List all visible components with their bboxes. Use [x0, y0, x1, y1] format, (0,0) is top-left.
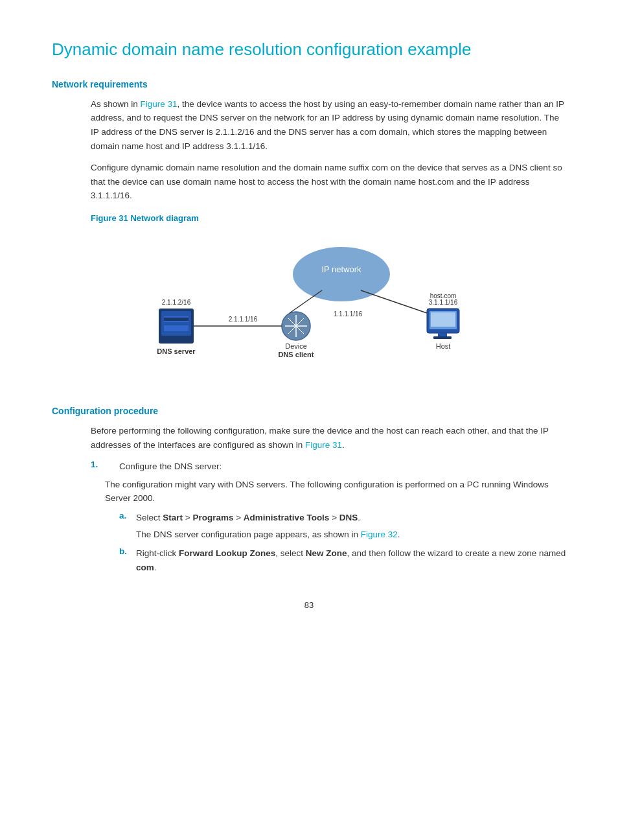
network-diagram: IP network DNS server 2.1.1.2/16 Device: [91, 232, 566, 388]
step1b-text: Right-click Forward Lookup Zones, select…: [136, 546, 566, 574]
svg-text:DNS client: DNS client: [278, 351, 314, 358]
page-container: Dynamic domain name resolution configura…: [0, 0, 618, 649]
step1-label: 1.: [91, 460, 105, 469]
svg-text:2.1.1.2/16: 2.1.1.2/16: [162, 299, 191, 306]
svg-rect-6: [164, 318, 189, 321]
step1b-item: b. Right-click Forward Lookup Zones, sel…: [119, 546, 566, 574]
step1-sub: The configuration might vary with DNS se…: [105, 478, 566, 506]
network-requirements-section: Network requirements As shown in Figure …: [52, 79, 566, 388]
step1a-header: a. Select Start > Programs > Administrat…: [119, 511, 566, 525]
svg-rect-7: [164, 322, 189, 325]
step1b-header: b. Right-click Forward Lookup Zones, sel…: [119, 546, 566, 574]
svg-text:host.com: host.com: [430, 292, 457, 299]
figure32-link[interactable]: Figure 32: [361, 530, 398, 539]
svg-text:IP network: IP network: [321, 264, 361, 274]
svg-text:2.1.1.1/16: 2.1.1.1/16: [229, 316, 258, 323]
configuration-procedure-section: Configuration procedure Before performin…: [52, 406, 566, 574]
step1a-text: Select Start > Programs > Administrative…: [136, 511, 360, 525]
page-title: Dynamic domain name resolution configura…: [52, 39, 566, 61]
svg-rect-5: [164, 313, 189, 316]
svg-rect-22: [438, 333, 447, 336]
network-requirements-para1: As shown in Figure 31, the device wants …: [91, 97, 566, 153]
configuration-procedure-heading: Configuration procedure: [52, 406, 566, 416]
svg-rect-21: [431, 312, 455, 327]
svg-text:Host: Host: [436, 342, 451, 350]
diagram-svg: IP network DNS server 2.1.1.2/16 Device: [147, 239, 510, 381]
step1-header: 1. Configure the DNS server:: [91, 460, 566, 474]
svg-line-29: [361, 290, 427, 313]
svg-text:1.1.1.1/16: 1.1.1.1/16: [334, 310, 363, 318]
step1a-sub: The DNS server configuration page appear…: [136, 528, 566, 542]
network-requirements-heading: Network requirements: [52, 79, 566, 89]
svg-text:3.1.1.1/16: 3.1.1.1/16: [429, 299, 458, 306]
svg-text:DNS server: DNS server: [157, 347, 196, 355]
step1a-label: a.: [119, 511, 133, 520]
step1-item: 1. Configure the DNS server: The configu…: [91, 460, 566, 574]
page-number: 83: [52, 600, 566, 610]
figure31-link-1[interactable]: Figure 31: [141, 99, 177, 109]
config-intro: Before performing the following configur…: [91, 424, 566, 452]
svg-rect-23: [433, 336, 452, 339]
step1a-item: a. Select Start > Programs > Administrat…: [119, 511, 566, 541]
svg-point-0: [293, 247, 390, 301]
figure31-caption: Figure 31 Network diagram: [91, 213, 566, 223]
step1b-label: b.: [119, 546, 133, 556]
figure31-link-2[interactable]: Figure 31: [305, 440, 342, 450]
step1-text: Configure the DNS server:: [119, 460, 222, 474]
svg-text:Device: Device: [285, 342, 307, 350]
svg-line-28: [290, 290, 322, 313]
network-requirements-para2: Configure dynamic domain name resolution…: [91, 161, 566, 203]
